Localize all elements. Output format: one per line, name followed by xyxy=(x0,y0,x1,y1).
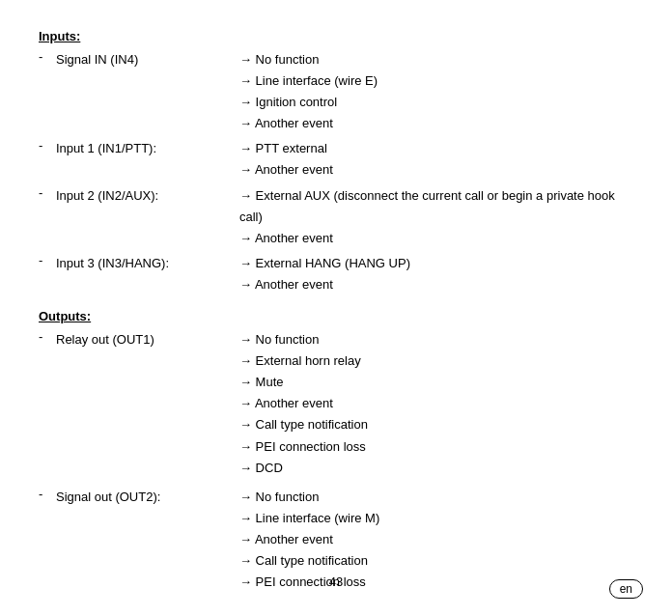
option-item: → Line interface (wire M) xyxy=(239,508,633,529)
option-item: → No function xyxy=(239,487,633,508)
list-dash: - xyxy=(39,487,56,501)
option-item: → Call type notification xyxy=(239,414,633,435)
entry-options: → External HANG (HANG UP)→ Another event xyxy=(239,253,633,295)
option-item: → No function xyxy=(239,329,633,350)
entry-label: Signal out (OUT2): xyxy=(56,487,239,508)
output-entry: -Relay out (OUT1)→ No function→ External… xyxy=(39,329,633,479)
list-dash: - xyxy=(39,253,56,267)
entry-label: Input 3 (IN3/HANG): xyxy=(56,253,239,274)
option-item: → External HANG (HANG UP) xyxy=(239,253,633,274)
entry-label: Relay out (OUT1) xyxy=(56,329,239,350)
entry-options: → No function→ External horn relay→ Mute… xyxy=(239,329,633,479)
inputs-heading: Inputs: xyxy=(39,29,633,43)
input-entry: -Input 1 (IN1/PTT):→ PTT external→ Anoth… xyxy=(39,138,633,181)
option-item: → PTT external xyxy=(239,138,633,159)
option-item: → Ignition control xyxy=(239,92,633,113)
language-badge: en xyxy=(609,579,643,599)
entry-options: → External AUX (disconnect the current c… xyxy=(239,185,633,249)
option-item: → DCD xyxy=(239,458,633,479)
option-item: → PEI connection loss xyxy=(239,436,633,458)
option-item: → Mute xyxy=(239,372,633,393)
list-dash: - xyxy=(39,49,56,64)
page-content: Inputs: -Signal IN (IN4)→ No function→ L… xyxy=(0,0,672,616)
entry-label: Input 1 (IN1/PTT): xyxy=(56,138,239,159)
inputs-section: -Signal IN (IN4)→ No function→ Line inte… xyxy=(39,49,633,299)
option-item: → Another event xyxy=(239,529,633,550)
option-item: → PEI connection loss xyxy=(239,572,633,593)
input-entry: -Signal IN (IN4)→ No function→ Line inte… xyxy=(39,49,633,134)
option-item: → Another event xyxy=(239,159,633,181)
option-item: → Another event xyxy=(239,393,633,414)
option-item: → Call type notification xyxy=(239,550,633,572)
entry-options: → No function→ Line interface (wire M)→ … xyxy=(239,487,633,593)
entry-label: Input 2 (IN2/AUX): xyxy=(56,185,239,207)
option-item: → Another event xyxy=(239,274,633,295)
option-item: → External AUX (disconnect the current c… xyxy=(239,185,633,228)
outputs-section: -Relay out (OUT1)→ No function→ External… xyxy=(39,329,633,601)
outputs-heading: Outputs: xyxy=(39,309,633,323)
option-item: → Another event xyxy=(239,113,633,134)
page-number: 43 xyxy=(329,574,343,589)
option-item: → Line interface (wire E) xyxy=(239,70,633,92)
option-item: → No function xyxy=(239,49,633,70)
entry-label: Signal IN (IN4) xyxy=(56,49,239,70)
list-dash: - xyxy=(39,329,56,344)
entry-options: → PTT external→ Another event xyxy=(239,138,633,181)
option-item: → Another event xyxy=(239,228,633,249)
input-entry: -Input 2 (IN2/AUX):→ External AUX (disco… xyxy=(39,185,633,249)
entry-options: → No function→ Line interface (wire E)→ … xyxy=(239,49,633,134)
list-dash: - xyxy=(39,185,56,200)
list-dash: - xyxy=(39,138,56,153)
option-item: → External horn relay xyxy=(239,350,633,372)
input-entry: -Input 3 (IN3/HANG):→ External HANG (HAN… xyxy=(39,253,633,295)
